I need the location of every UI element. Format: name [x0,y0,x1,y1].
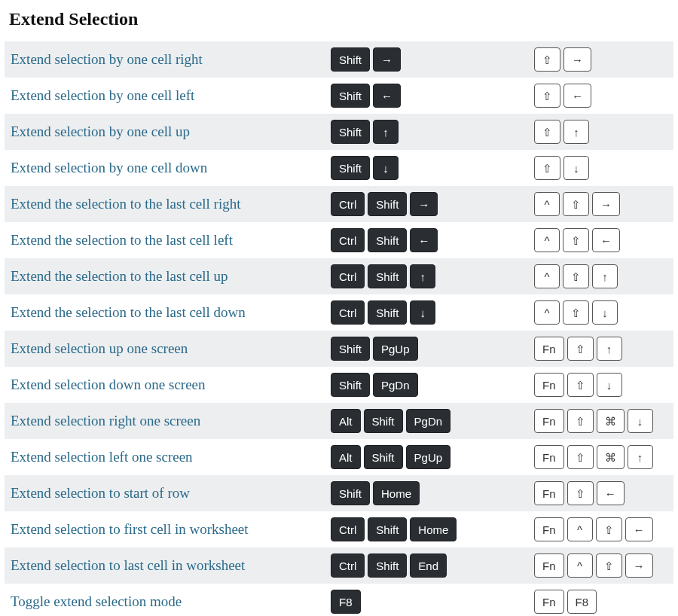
shortcut-row: Extend selection to first cell in worksh… [5,511,673,547]
key-light: ⇧ [596,553,622,578]
key-dark: ← [410,228,438,252]
windows-keys: CtrlShift→ [331,192,534,216]
key-light: ^ [534,264,560,288]
key-dark: Ctrl [331,300,365,325]
shortcut-row: Extend the selection to the last cell ri… [5,186,673,222]
shortcut-description[interactable]: Extend selection left one screen [11,449,331,465]
key-light: F8 [567,590,597,614]
mac-keys: Fn⇧⌘↑ [534,445,667,469]
key-light: Fn [534,337,564,361]
key-dark: PgUp [406,445,451,469]
key-dark: Shift [368,553,407,578]
key-light: Fn [534,481,564,505]
windows-keys: CtrlShift↑ [331,264,534,288]
key-light: ⇧ [567,445,594,469]
mac-keys: Fn⇧⌘↓ [534,409,667,433]
windows-keys: Shift→ [331,47,534,72]
key-dark: Ctrl [331,264,365,288]
shortcut-description[interactable]: Extend selection down one screen [11,377,331,393]
key-dark: Home [373,481,420,505]
key-light: Fn [534,445,564,469]
key-dark: Home [410,517,457,541]
windows-keys: Shift↓ [331,156,534,180]
key-dark: Shift [331,373,370,397]
key-dark: Shift [331,337,370,361]
shortcut-row: Extend selection to start of rowShiftHom… [5,475,673,511]
shortcut-description[interactable]: Extend selection right one screen [11,413,331,429]
windows-keys: AltShiftPgDn [331,409,534,433]
shortcut-description[interactable]: Extend selection by one cell left [11,87,331,104]
key-light: ⇧ [534,156,560,180]
shortcut-row: Extend selection by one cell rightShift→… [5,41,673,78]
mac-keys: Fn^⇧→ [534,553,667,578]
key-light: ^ [534,300,560,325]
key-light: ← [597,481,625,505]
key-dark: Shift [331,47,370,72]
shortcut-description[interactable]: Extend the selection to the last cell le… [11,232,331,249]
key-dark: PgDn [373,373,418,397]
key-light: ⇧ [534,47,560,72]
key-light: Fn [534,373,564,397]
key-light: ⌘ [597,409,625,433]
shortcut-description[interactable]: Extend selection by one cell right [11,51,331,68]
key-dark: → [373,47,401,72]
shortcut-row: Extend the selection to the last cell up… [5,258,673,294]
shortcut-description[interactable]: Extend the selection to the last cell ri… [11,196,331,212]
windows-keys: CtrlShift← [331,228,534,252]
key-light: Fn [534,517,564,541]
key-dark: ↑ [410,264,435,288]
shortcut-row: Extend the selection to the last cell do… [5,294,673,331]
windows-keys: ShiftPgDn [331,373,534,397]
key-light: ^ [534,192,560,216]
mac-keys: FnF8 [534,590,667,614]
shortcut-description[interactable]: Extend the selection to the last cell do… [11,304,331,321]
key-dark: Shift [368,192,407,216]
key-light: → [625,553,653,578]
shortcut-row: Extend selection by one cell downShift↓⇧… [5,150,673,186]
key-dark: Alt [331,445,361,469]
mac-keys: ^⇧→ [534,192,667,216]
mac-keys: ⇧→ [534,47,667,72]
key-light: ⇧ [567,337,594,361]
key-light: ↓ [628,409,653,433]
key-light: ↓ [563,156,589,180]
shortcut-description[interactable]: Toggle extend selection mode [11,593,331,610]
key-dark: Ctrl [331,228,365,252]
key-dark: F8 [331,590,361,614]
key-light: ⇧ [534,120,560,144]
key-light: ⇧ [563,264,589,288]
shortcut-description[interactable]: Extend selection up one screen [11,340,331,357]
key-dark: Shift [331,84,370,108]
shortcut-row: Toggle extend selection modeF8FnF8 [5,584,673,616]
shortcut-row: Extend selection down one screenShiftPgD… [5,367,673,403]
key-light: ⇧ [563,300,589,325]
key-light: Fn [534,553,564,578]
key-light: ^ [567,517,593,541]
key-light: ↑ [597,337,622,361]
windows-keys: F8 [331,590,534,614]
shortcut-description[interactable]: Extend selection to start of row [11,485,331,502]
mac-keys: ^⇧← [534,228,667,252]
key-light: ⇧ [567,481,594,505]
key-dark: ↓ [410,300,435,325]
key-light: ⇧ [567,373,594,397]
shortcut-description[interactable]: Extend selection to last cell in workshe… [11,557,331,574]
key-light: ↑ [628,445,653,469]
windows-keys: ShiftPgUp [331,337,534,361]
windows-keys: Shift↑ [331,120,534,144]
key-light: ↓ [597,373,622,397]
key-light: ← [563,84,591,108]
key-dark: Alt [331,409,361,433]
mac-keys: Fn^⇧← [534,517,667,541]
key-light: ⇧ [563,228,589,252]
shortcut-description[interactable]: Extend selection to first cell in worksh… [11,521,331,538]
mac-keys: ⇧← [534,84,667,108]
shortcut-description[interactable]: Extend selection by one cell down [11,160,331,176]
key-light: ↑ [563,120,589,144]
key-dark: Shift [364,409,403,433]
shortcut-description[interactable]: Extend the selection to the last cell up [11,268,331,285]
shortcut-row: Extend selection right one screenAltShif… [5,403,673,439]
shortcut-description[interactable]: Extend selection by one cell up [11,124,331,140]
mac-keys: Fn⇧↑ [534,337,667,361]
key-light: ⇧ [534,84,560,108]
